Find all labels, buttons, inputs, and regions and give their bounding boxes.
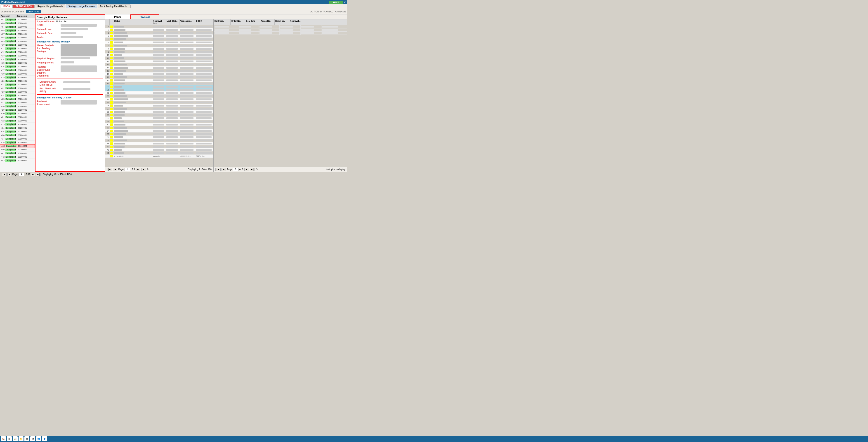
tab-book[interactable]: BOOK xyxy=(1,4,13,8)
paper-row[interactable]: 16 xyxy=(105,72,213,76)
paper-row[interactable]: 41 xyxy=(105,151,213,155)
left-row[interactable]: 435 Completed 20200901 xyxy=(0,130,35,133)
left-row[interactable]: 430 Completed 20200901 xyxy=(0,112,35,115)
bottom-prev-btn[interactable]: ◄ xyxy=(7,173,11,176)
tab-book-trading[interactable]: Book Trading Email Remind xyxy=(98,4,131,8)
paper-row[interactable]: 40 xyxy=(105,148,213,151)
paper-row[interactable]: 8 xyxy=(105,47,213,50)
left-row[interactable]: 425 Completed 20200901 xyxy=(0,97,35,101)
left-row[interactable]: 441 Completed 20200901 xyxy=(0,151,35,155)
paper-row[interactable]: 39 xyxy=(105,145,213,148)
bottom-last-btn[interactable]: ►| xyxy=(36,173,41,176)
phys-refresh-btn[interactable]: ↻ xyxy=(256,168,258,171)
paper-row[interactable]: 3 xyxy=(105,31,213,35)
left-row[interactable]: 439 Completed 20200901 xyxy=(0,144,35,148)
left-row[interactable]: 427 Completed 20200901 xyxy=(0,101,35,104)
left-row[interactable]: 429 Completed 20200901 xyxy=(0,108,35,112)
left-row[interactable]: 442 Completed 20200901 xyxy=(0,155,35,159)
left-row[interactable]: 438 Completed 20200901 xyxy=(0,141,35,144)
paper-row[interactable]: 35 xyxy=(105,133,213,136)
bottom-first-btn[interactable]: |◄ xyxy=(2,173,6,176)
left-row[interactable]: 410 Completed 20200901 xyxy=(0,43,35,47)
paper-row[interactable]: 14 xyxy=(105,66,213,69)
view-trade-button[interactable]: View Trade xyxy=(26,10,41,13)
paper-row[interactable]: 2 xyxy=(105,28,213,31)
paper-page-input[interactable] xyxy=(125,168,130,171)
left-row[interactable]: 422 Completed 20200901 xyxy=(0,87,35,90)
paper-rows-container[interactable]: 1 2 3 4 5 6 xyxy=(105,25,214,167)
paper-row[interactable]: 27 xyxy=(105,107,213,110)
left-row[interactable]: 415 Completed 20200901 xyxy=(0,61,35,65)
phys-first-btn[interactable]: |◄ xyxy=(215,168,221,171)
tab-transaction[interactable]: TRANSACTION xyxy=(13,4,35,8)
paper-row[interactable]: 26 xyxy=(105,104,213,107)
left-row[interactable]: 409 Completed 20200901 xyxy=(0,39,35,43)
left-row[interactable]: 411 Completed 20200901 xyxy=(0,47,35,50)
physical-table-row[interactable] xyxy=(214,28,347,32)
physical-table-row[interactable] xyxy=(214,32,347,35)
bottom-page-input[interactable] xyxy=(19,173,24,176)
paper-row[interactable]: 7 xyxy=(105,44,213,47)
left-row[interactable]: 443 Completed 20200901 xyxy=(0,159,35,162)
left-row[interactable]: 401 Completed 20200901 xyxy=(0,18,35,22)
section2-title[interactable]: Strategy Plan Summary Of Effect xyxy=(35,96,105,100)
left-row[interactable]: 418 Completed 20200901 xyxy=(0,72,35,76)
left-row[interactable]: 405 Completed 20200901 xyxy=(0,29,35,32)
left-row[interactable]: 413 Completed 20200901 xyxy=(0,54,35,58)
paper-row[interactable]: 29 xyxy=(105,113,213,117)
physical-table-row[interactable] xyxy=(214,25,347,28)
left-row[interactable]: 419 Completed 20200901 xyxy=(0,76,35,79)
paper-row[interactable]: 1 xyxy=(105,25,213,28)
left-row[interactable]: 416 Completed 20200901 xyxy=(0,65,35,68)
paper-row[interactable]: 18 xyxy=(105,79,213,82)
paper-row[interactable]: 12 xyxy=(105,60,213,63)
paper-refresh-btn[interactable]: ↻ xyxy=(147,168,149,171)
paper-row[interactable]: 38 xyxy=(105,142,213,145)
phys-prev-btn[interactable]: ◄ xyxy=(221,168,226,171)
paper-row[interactable]: 13 xyxy=(105,63,213,66)
paper-row[interactable]: 6 xyxy=(105,41,213,44)
paper-last-btn[interactable]: ►| xyxy=(141,168,147,171)
paper-row[interactable]: 9 xyxy=(105,50,213,54)
left-row[interactable]: 440 Completed 20200901 xyxy=(0,148,35,151)
bottom-next-btn[interactable]: ► xyxy=(31,173,35,176)
left-row[interactable]: 428 Completed 20200901 xyxy=(0,104,35,108)
paper-row[interactable]: 17 xyxy=(105,76,213,79)
tab-strategic-hedge[interactable]: Strategic Hedge Rationale xyxy=(66,4,97,8)
phys-last-btn[interactable]: ►| xyxy=(250,168,255,171)
left-row[interactable]: 437 Completed 20200901 xyxy=(0,137,35,141)
paper-first-btn[interactable]: |◄ xyxy=(107,168,112,171)
left-row[interactable]: 432 Completed 20200901 xyxy=(0,119,35,123)
left-row[interactable]: 424 Completed 20200901 xyxy=(0,94,35,97)
paper-row[interactable]: 24 xyxy=(105,98,213,101)
paper-prev-btn[interactable]: ◄ xyxy=(113,168,118,171)
left-row[interactable]: 404 Completed 20200901 xyxy=(0,25,35,29)
left-row[interactable]: 403 Completed 20200901 xyxy=(0,22,35,25)
paper-row[interactable]: 28 xyxy=(105,110,213,113)
left-row[interactable]: 420 Completed 20200901 xyxy=(0,79,35,83)
left-row[interactable]: 433 Completed 20200901 xyxy=(0,123,35,126)
paper-row[interactable]: 34 xyxy=(105,129,213,133)
left-row[interactable]: 431 Completed 20200901 xyxy=(0,115,35,119)
paper-row[interactable]: 4 xyxy=(105,35,213,38)
paper-row[interactable]: 20 xyxy=(105,85,213,88)
paper-row[interactable]: 19 xyxy=(105,82,213,85)
close-button[interactable]: ✕ xyxy=(344,1,346,4)
paper-row[interactable]: 37 xyxy=(105,139,213,142)
left-row[interactable]: 438 Completed 20200901 xyxy=(0,133,35,137)
section1-title[interactable]: Strategy Plan Trading Strategy xyxy=(35,40,105,43)
paper-row-last[interactable]: Unhandled... Locked... M20200919... TEST… xyxy=(105,155,213,158)
left-row[interactable]: 407 Completed 20200901 xyxy=(0,32,35,36)
paper-tab[interactable]: Paper xyxy=(105,14,130,19)
left-row[interactable]: 421 Completed 20200901 xyxy=(0,83,35,87)
left-row[interactable]: 414 Completed 20200901 xyxy=(0,58,35,61)
left-row[interactable]: 423 Completed 20200901 xyxy=(0,90,35,94)
paper-row[interactable]: 36 xyxy=(105,136,213,139)
paper-row[interactable]: 30 xyxy=(105,117,213,120)
paper-row[interactable]: 31 xyxy=(105,120,213,123)
paper-row[interactable]: 33 xyxy=(105,126,213,129)
paper-row[interactable]: 15 xyxy=(105,69,213,72)
paper-row[interactable]: 32 xyxy=(105,123,213,126)
left-row[interactable]: 408 Completed 20200901 xyxy=(0,36,35,39)
physical-tab[interactable]: Physical xyxy=(130,14,159,19)
